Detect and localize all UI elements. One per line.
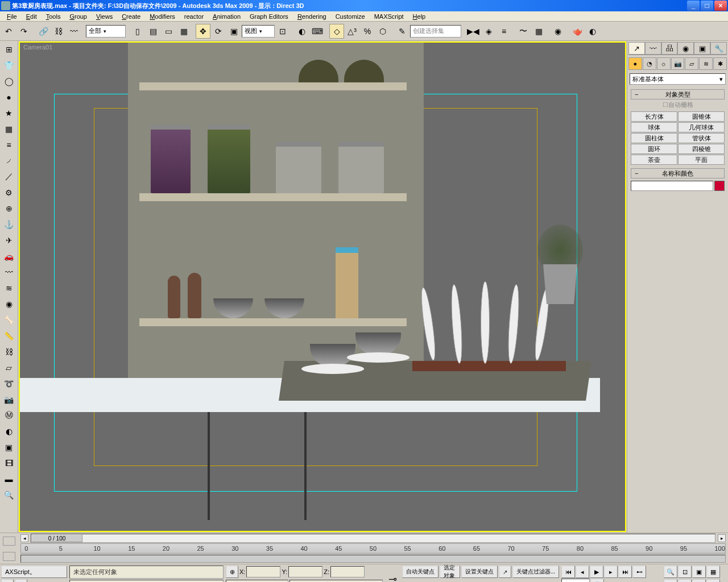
category-dropdown[interactable]: 标准基本体▾ [630, 73, 726, 85]
coord-mode-icon[interactable]: ⊕ [226, 566, 238, 578]
m-icon[interactable]: Ⓜ [2, 408, 16, 423]
menu-customize[interactable]: Customize [331, 13, 370, 20]
primitive-平面[interactable]: 平面 [678, 155, 725, 165]
object-color-swatch[interactable] [714, 181, 725, 191]
menu-create[interactable]: Create [117, 13, 145, 20]
tab-panel-icon[interactable]: ⊞ [2, 42, 16, 57]
zoom-all-button[interactable]: ⊡ [678, 566, 692, 578]
edit-named-sel-button[interactable]: ✎ [395, 24, 410, 39]
window-crossing-button[interactable]: ▦ [176, 24, 191, 39]
menu-views[interactable]: Views [92, 13, 117, 20]
primitive-管状体[interactable]: 管状体 [678, 133, 725, 143]
time-prev-button[interactable]: ◂ [20, 534, 28, 542]
spinner-snap-button[interactable]: ⬡ [375, 24, 390, 39]
current-frame-input[interactable] [561, 579, 590, 582]
autogrid-checkbox[interactable]: ☐ 自动栅格 [631, 101, 725, 109]
maximize-button[interactable]: □ [701, 1, 713, 11]
percent-snap-button[interactable]: % [360, 24, 375, 39]
link-button[interactable]: 🔗 [36, 24, 51, 39]
wind-icon[interactable]: ≋ [2, 281, 16, 296]
ruler-icon[interactable]: 📏 [2, 329, 16, 343]
select-button[interactable]: ▯ [130, 24, 145, 39]
time-next-button[interactable]: ▸ [718, 534, 726, 542]
gear-icon[interactable]: ⚙ [2, 185, 16, 200]
primitive-几何球体[interactable]: 几何球体 [678, 122, 725, 132]
display-tab[interactable]: ▣ [694, 42, 710, 55]
lock-selection-icon[interactable]: 🔒 [1, 579, 14, 582]
star-icon[interactable]: ★ [2, 106, 16, 120]
menu-maxscript[interactable]: MAXScript [370, 13, 408, 20]
menu-modifiers[interactable]: Modifiers [145, 13, 180, 20]
render-setup-button[interactable]: 🫖 [570, 24, 585, 39]
spiral-icon[interactable]: ◉ [2, 297, 16, 311]
zoom-extents-all-button[interactable]: ▦ [706, 566, 720, 578]
key-step-icon[interactable]: ⊷ [632, 566, 646, 578]
wand-icon[interactable]: ⟋ [2, 153, 16, 168]
car-icon[interactable]: 🚗 [2, 249, 16, 264]
undo-button[interactable]: ↶ [1, 24, 16, 39]
key-icon[interactable]: ⊸ [388, 573, 397, 583]
angle-snap-button[interactable]: △³ [345, 24, 359, 39]
layers-button[interactable]: ≡ [497, 24, 511, 39]
goto-start-button[interactable]: ⏮ [561, 566, 575, 578]
wave-icon[interactable]: 〰 [2, 265, 16, 280]
zoom-extents-button[interactable]: ▣ [692, 566, 706, 578]
cameras-subtab[interactable]: 📷 [671, 57, 685, 70]
primitive-圆柱体[interactable]: 圆柱体 [631, 133, 677, 143]
create-tab[interactable]: ↗ [628, 42, 645, 55]
set-key-button[interactable]: 设置关键点 [461, 566, 498, 578]
selected-object-button[interactable]: 选定对象 [440, 566, 460, 578]
ref-coord-dropdown[interactable]: 视图 [242, 25, 275, 38]
menu-reactor[interactable]: reactor [180, 13, 208, 20]
primitive-圆环[interactable]: 圆环 [631, 144, 677, 154]
helpers-subtab[interactable]: ▱ [685, 57, 698, 70]
unlink-button[interactable]: ⛓ [51, 24, 66, 39]
bind-spacewarp-button[interactable]: 〰 [67, 24, 81, 39]
curve-editor-button[interactable]: 〜 [516, 24, 531, 39]
key-mode-icon[interactable]: ↗ [499, 566, 511, 578]
orbit-button[interactable]: ⟲ [692, 579, 706, 582]
anchor-icon[interactable]: ⚓ [2, 217, 16, 232]
render-button[interactable]: ◐ [585, 24, 600, 39]
menu-animation[interactable]: Animation [208, 13, 245, 20]
time-slider-handle[interactable]: 0 / 100 [31, 534, 82, 542]
sphere2-icon[interactable]: ◐ [2, 424, 16, 439]
menu-tools[interactable]: Tools [42, 13, 65, 20]
zoom-icon[interactable]: 🔍 [2, 488, 16, 502]
select-region-button[interactable]: ▭ [161, 24, 176, 39]
menu-file[interactable]: File [2, 13, 22, 20]
select-move-button[interactable]: ✥ [196, 24, 210, 39]
cube-icon[interactable]: ▣ [2, 440, 16, 455]
isolate-icon[interactable]: ▣ [15, 579, 27, 582]
utilities-tab[interactable]: 🔧 [710, 42, 727, 55]
close-button[interactable]: × [714, 1, 727, 11]
stack-icon[interactable]: ≡ [2, 138, 16, 152]
next-frame-button[interactable]: ▸ [604, 566, 618, 578]
shapes-subtab[interactable]: ◔ [643, 57, 656, 70]
mirror-button[interactable]: ▶◀ [466, 24, 481, 39]
play-button[interactable]: ▶ [590, 566, 603, 578]
menu-edit[interactable]: Edit [22, 13, 42, 20]
auto-key-button[interactable]: 自动关键点 [402, 566, 439, 578]
named-selection-input[interactable]: 创建选择集 [410, 25, 461, 38]
viewport[interactable]: Camera01 [19, 41, 626, 532]
select-scale-button[interactable]: ▣ [226, 24, 241, 39]
maximize-viewport-button[interactable]: ⊞ [706, 579, 720, 582]
schematic-view-button[interactable]: ▦ [531, 24, 546, 39]
y-input[interactable] [288, 566, 322, 577]
shirt-icon[interactable]: 👕 [2, 58, 16, 73]
lights-subtab[interactable]: ☼ [657, 57, 671, 70]
time-tag-input[interactable]: 添加时间标记 [289, 580, 383, 583]
fov-button[interactable]: ◁ [664, 579, 677, 582]
pan-button[interactable]: ✋ [678, 579, 692, 582]
keyboard-shortcut-button[interactable]: ⌨ [310, 24, 325, 39]
geometry-subtab[interactable]: ● [628, 57, 642, 70]
pivot-button[interactable]: ⊡ [275, 24, 290, 39]
trackbar-key-icon[interactable] [3, 552, 15, 561]
knife-icon[interactable]: ／ [2, 169, 16, 184]
name-color-rollup[interactable]: 名称和颜色 [631, 168, 725, 178]
disk-icon[interactable]: ▬ [2, 472, 16, 487]
object-type-rollup[interactable]: 对象类型 [631, 89, 725, 99]
snap-toggle-button[interactable]: ◇ [329, 24, 344, 39]
menu-group[interactable]: Group [65, 13, 92, 20]
